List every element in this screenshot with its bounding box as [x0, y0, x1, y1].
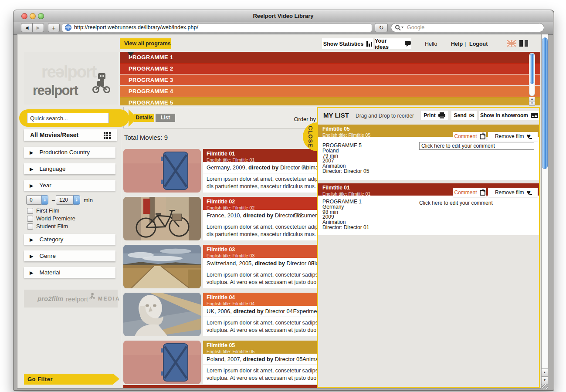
mini-robot-bike-icon — [89, 292, 95, 300]
window-title: Reelport Video Library — [14, 10, 553, 22]
film-header[interactable]: Filmtitle 02 English title: Filmtitle 02 — [203, 197, 322, 210]
globe-favicon — [65, 24, 71, 31]
screen: Reelport Video Library ◀ ▶ + http://reel… — [0, 0, 566, 392]
plus-icon: + — [52, 24, 56, 31]
first-film-checkbox[interactable] — [27, 208, 33, 214]
programme-scroll-down-button[interactable]: ▼ — [529, 101, 535, 106]
minimize-window-button[interactable] — [30, 13, 36, 19]
flag-germany-icon[interactable] — [519, 40, 528, 48]
thumbnail-shutter-image — [123, 341, 201, 384]
directed-by-label: directed by — [243, 356, 273, 362]
main-scrollbar-thumb[interactable] — [542, 37, 548, 169]
film-header[interactable]: Filmtitle 05 English title: Filmtitle 05 — [203, 341, 322, 354]
your-ideas-button[interactable]: Your ideas — [375, 38, 411, 49]
film-country-year: France, 2010, — [203, 212, 241, 219]
programme-bar[interactable]: PROGRAMME 1 — [120, 52, 540, 63]
help-link[interactable]: Help — [451, 41, 463, 47]
show-in-showroom-button[interactable]: Show in showroom — [479, 111, 539, 120]
stepper-arrows-icon[interactable]: ▲▼ — [41, 195, 48, 205]
search-placeholder: Google — [407, 23, 424, 32]
film-thumbnail[interactable] — [123, 341, 201, 384]
film-row: Filmtitle 03 English title: Filmtitle 03… — [123, 245, 322, 288]
film-header[interactable]: Filmtitle 01 English title: Filmtitle 01 — [203, 149, 322, 162]
programme-scrollbar-thumb[interactable] — [530, 54, 534, 84]
film-title: Filmtitle 03 — [207, 247, 319, 253]
back-icon: ◀ — [25, 25, 29, 30]
my-list-item-details: PROGRAMME 5 Poland 79 min 2007 Animation… — [322, 143, 369, 174]
all-movies-reset-label: All Movies/Reset — [30, 132, 78, 139]
filter-category[interactable]: ▶Category — [24, 234, 115, 245]
window-resize-grip[interactable] — [542, 384, 548, 389]
zoom-window-button[interactable] — [38, 13, 44, 19]
remove-film-button[interactable]: Remove film ♥ — [488, 132, 538, 141]
remove-film-button[interactable]: Remove film ♥ — [488, 188, 538, 197]
programme-bar[interactable]: PROGRAMME 4 — [120, 86, 540, 97]
duration-min-value: 0 — [26, 195, 41, 205]
all-movies-reset-button[interactable]: All Movies/Reset — [24, 129, 117, 141]
send-button[interactable]: Send ✉ — [451, 111, 477, 120]
filter-genre[interactable]: ▶Genre — [24, 250, 115, 261]
programme-bar[interactable]: PROGRAMME 3 — [120, 74, 540, 86]
directed-by-label: directed by — [233, 308, 263, 314]
duration-max-stepper[interactable]: 120 ▲▼ — [56, 195, 80, 205]
stepper-arrows-icon[interactable]: ▲▼ — [73, 195, 80, 205]
sidebar-divider — [121, 129, 121, 388]
item-director: Director: Director 05 — [322, 169, 369, 174]
view-all-programs-button[interactable]: View all programs — [120, 38, 171, 49]
programme-list: PROGRAMME 1 PROGRAMME 2 PROGRAMME 3 PROG… — [120, 52, 540, 105]
close-window-button[interactable] — [21, 13, 27, 19]
programme-bar[interactable]: PROGRAMME 2 — [120, 63, 540, 74]
grid-icon — [104, 132, 111, 139]
show-statistics-button[interactable]: Show Statistics — [322, 38, 373, 49]
filter-material[interactable]: ▶Material — [24, 267, 115, 278]
new-tab-button[interactable]: + — [48, 23, 60, 32]
filter-year[interactable]: ▶Year — [24, 180, 115, 191]
comment-button[interactable]: Comment ✎ — [453, 188, 486, 197]
student-film-checkbox[interactable] — [27, 223, 33, 230]
film-thumbnail[interactable] — [123, 293, 201, 336]
reload-button[interactable]: ↻ — [375, 23, 388, 32]
film-thumbnail[interactable] — [123, 245, 201, 288]
logo-echo-text: reəlport — [41, 63, 96, 81]
programme-bar[interactable]: PROGRAMME 5 — [120, 97, 540, 105]
tab-list[interactable]: List — [156, 114, 175, 122]
pencil-icon: ✎ — [480, 190, 485, 196]
my-list-item-body: PROGRAMME 5 Poland 79 min 2007 Animation… — [318, 137, 539, 180]
comment-button[interactable]: Comment ✎ — [453, 132, 486, 141]
print-button[interactable]: Print — [421, 111, 448, 120]
print-label: Print — [424, 112, 435, 118]
order-by-label: Order by — [261, 116, 316, 122]
filter-production-country[interactable]: ▶Production Country — [24, 147, 115, 158]
logout-link[interactable]: Logout — [469, 41, 488, 47]
film-header[interactable]: Filmtitle 03 English title: Filmtitle 03 — [203, 245, 322, 258]
scroll-down-button[interactable]: ▼ — [541, 376, 548, 384]
film-thumbnail[interactable] — [123, 197, 201, 240]
film-header[interactable]: Filmtitle 04 English title: Filmtitle 04 — [203, 293, 322, 306]
film-row: Filmtitle 04 English title: Filmtitle 04… — [123, 293, 322, 336]
comment-edit-text[interactable]: Click here to edit your comment — [419, 200, 493, 206]
filter-language[interactable]: ▶Language — [24, 163, 115, 174]
duration-min-stepper[interactable]: 0 ▲▼ — [26, 195, 48, 205]
forward-button[interactable]: ▶ — [32, 23, 44, 32]
comment-input[interactable] — [419, 142, 534, 150]
film-meta: France, 2010, directed by Director 02 Do… — [203, 210, 322, 221]
your-ideas-label: Your ideas — [375, 38, 402, 50]
tab-list-label: List — [161, 115, 170, 121]
back-button[interactable]: ◀ — [21, 23, 33, 32]
film-country-year: Switzerland, 2005, — [203, 260, 253, 267]
speech-bubble-icon — [405, 41, 411, 47]
flag-uk-icon[interactable] — [507, 40, 516, 47]
tab-details[interactable]: Details — [134, 114, 154, 122]
film-thumbnail[interactable] — [123, 149, 201, 193]
filter-label: Production Country — [39, 149, 90, 155]
quick-search-input[interactable] — [27, 113, 109, 123]
world-premiere-checkbox[interactable] — [27, 216, 33, 222]
film-title: Filmtitle 04 — [207, 294, 319, 301]
film-title: Filmtitle 01 — [207, 151, 319, 157]
go-filter-button[interactable]: Go Filter — [24, 374, 113, 385]
film-country-year: Germany, 2009, — [203, 164, 247, 171]
window-titlebar[interactable]: Reelport Video Library — [14, 10, 553, 22]
scroll-up-button[interactable]: ▲ — [541, 368, 548, 376]
envelope-icon: ✉ — [469, 112, 474, 119]
film-description: Lorem ipsum dolor sit amet, consetetur s… — [203, 269, 322, 288]
